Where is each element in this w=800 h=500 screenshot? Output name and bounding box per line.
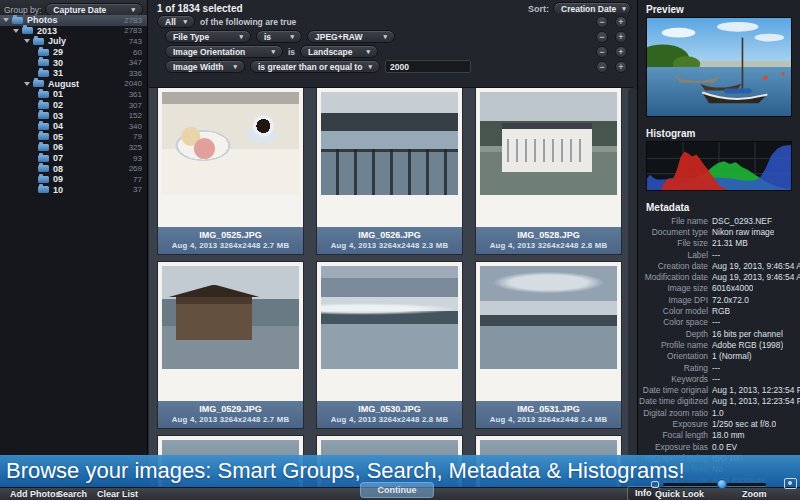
search-button[interactable]: Search (57, 489, 87, 499)
filter-panel: All ▾ of the following are true − + File… (149, 13, 633, 88)
zoom-slider-track[interactable] (663, 483, 766, 486)
sidebar-item-day-02[interactable]: 02 307 (0, 100, 147, 111)
metadata-row: Rating--- (638, 362, 800, 373)
disclosure-triangle-icon[interactable] (13, 29, 19, 33)
metadata-value: 6016x4000 (712, 283, 753, 293)
dropdown-arrow-icon: ▾ (377, 33, 387, 41)
plus-icon[interactable]: + (615, 31, 627, 43)
continue-button[interactable]: Continue (360, 482, 434, 498)
tree-item-label: 2013 (37, 26, 124, 36)
rule-value-dropdown[interactable]: JPEG+RAW ▾ (307, 30, 395, 43)
metadata-value: 1 (Normal) (712, 351, 752, 361)
add-photos-button[interactable]: Add Photos (10, 489, 61, 499)
sidebar-item-day-31[interactable]: 31 336 (0, 68, 147, 79)
metadata-row: Orientation1 (Normal) (638, 351, 800, 362)
thumbnail-card[interactable]: IMG_0525.JPG Aug 4, 2013 3264x2448 2.7 M… (158, 88, 303, 254)
dropdown-arrow-icon: ▾ (227, 63, 237, 71)
histogram-chart (646, 141, 792, 191)
metadata-label: Digital zoom ratio (638, 408, 712, 418)
tree-item-label: July (48, 36, 129, 46)
sidebar-item-day-01[interactable]: 01 361 (0, 89, 147, 100)
sidebar-item-day-29[interactable]: 29 60 (0, 47, 147, 58)
metadata-value: 72.0x72.0 (712, 295, 749, 305)
disclosure-triangle-icon[interactable] (3, 18, 9, 22)
tree-item-label: August (48, 79, 124, 89)
plus-icon[interactable]: + (615, 61, 627, 73)
sidebar-item-photos[interactable]: Photos 2783 (0, 15, 147, 26)
thumbnail-meta: Aug 4, 2013 3264x2448 2.8 MB (317, 415, 462, 424)
minus-icon[interactable]: − (596, 16, 608, 28)
metadata-label: Date time digitized (638, 396, 712, 406)
metadata-label: Focal length (638, 430, 712, 440)
metadata-row: Image DPI72.0x72.0 (638, 294, 800, 305)
thumbnail-filename: IMG_0528.JPG (476, 230, 621, 240)
rule-operator-dropdown[interactable]: is greater than or equal to ▾ (250, 60, 380, 73)
minus-icon[interactable]: − (596, 31, 608, 43)
minus-icon[interactable]: − (596, 61, 608, 73)
sidebar-item-day-07[interactable]: 07 93 (0, 153, 147, 164)
rule-field-dropdown[interactable]: Image Width ▾ (165, 60, 245, 73)
thumbnail-photo (162, 92, 299, 195)
sidebar-item-day-03[interactable]: 03 152 (0, 110, 147, 121)
rule-operator-value: is (264, 32, 271, 42)
metadata-label: Creation date (638, 261, 712, 271)
zoom-slider-knob[interactable] (717, 479, 727, 489)
metadata-row: Profile nameAdobe RGB (1998) (638, 339, 800, 350)
match-dropdown[interactable]: All ▾ (157, 15, 195, 28)
dropdown-arrow-icon: ▾ (125, 6, 135, 14)
thumbnail-meta: Aug 4, 2013 3264x2448 2.7 MB (158, 241, 303, 250)
sidebar-item-day-30[interactable]: 30 347 (0, 57, 147, 68)
thumbnail-label-bar: IMG_0525.JPG Aug 4, 2013 3264x2448 2.7 M… (158, 227, 303, 254)
sidebar: Group by: Capture Date ▾ Photos 2783 201… (0, 0, 148, 500)
quick-look-button[interactable]: Quick Look (655, 489, 704, 499)
thumbnail-card[interactable]: IMG_0530.JPG Aug 4, 2013 3264x2448 2.8 M… (317, 262, 462, 428)
disclosure-triangle-icon[interactable] (24, 82, 30, 86)
rule-operator-dropdown[interactable]: is ▾ (256, 30, 302, 43)
folder-icon (33, 80, 44, 87)
grid-scrollbar[interactable] (628, 88, 637, 477)
thumbnail-card[interactable]: IMG_0529.JPG Aug 4, 2013 3264x2448 2.7 M… (158, 262, 303, 428)
plus-icon[interactable]: + (615, 46, 627, 58)
sidebar-item-day-08[interactable]: 08 269 (0, 163, 147, 174)
rule-field-dropdown[interactable]: Image Orientation ▾ (165, 45, 283, 58)
thumbnail-card[interactable]: IMG_0526.JPG Aug 4, 2013 3264x2448 2.3 M… (317, 88, 462, 254)
sidebar-item-day-10[interactable]: 10 37 (0, 185, 147, 196)
sidebar-item-2013[interactable]: 2013 2783 (0, 26, 147, 37)
disclosure-triangle-icon[interactable] (24, 39, 30, 43)
folder-icon (38, 49, 49, 56)
clear-list-button[interactable]: Clear List (97, 489, 138, 499)
tree-item-count: 77 (133, 175, 142, 184)
metadata-value: Aug 1, 2013, 12:23:54 PM (712, 396, 800, 406)
metadata-label: File name (638, 216, 712, 226)
folder-icon (38, 102, 49, 109)
sidebar-item-day-06[interactable]: 06 325 (0, 142, 147, 153)
metadata-label: Image size (638, 283, 712, 293)
rule-operator-value: is greater than or equal to (258, 62, 362, 72)
minus-icon[interactable]: − (596, 46, 608, 58)
rule-field-dropdown[interactable]: File Type ▾ (165, 30, 251, 43)
metadata-row: Creation dateAug 19, 2013, 9:46:54 AM (638, 260, 800, 271)
metadata-row: Color space--- (638, 317, 800, 328)
thumbnail-card[interactable]: IMG_0531.JPG Aug 4, 2013 3264x2448 2.4 M… (476, 262, 621, 428)
metadata-label: Document type (638, 227, 712, 237)
metadata-row: Depth16 bits per channel (638, 328, 800, 339)
zoom-label: Zoom (742, 489, 767, 499)
tree-item-count: 93 (133, 154, 142, 163)
thumbnail-filename: IMG_0525.JPG (158, 230, 303, 240)
tree-item-count: 361 (129, 90, 142, 99)
thumbnail-filename: IMG_0531.JPG (476, 404, 621, 414)
plus-icon[interactable]: + (615, 16, 627, 28)
thumbnail-card[interactable]: IMG_0528.JPG Aug 4, 2013 3264x2448 2.8 M… (476, 88, 621, 254)
folder-tree: Photos 2783 2013 2783 July 743 29 60 (0, 15, 147, 195)
folder-icon (38, 123, 49, 130)
rule-value-input[interactable] (385, 60, 471, 73)
sidebar-item-day-05[interactable]: 05 79 (0, 132, 147, 143)
group-by-label: Group by: (4, 5, 41, 15)
metadata-label: File size (638, 238, 712, 248)
sidebar-item-august[interactable]: August 2040 (0, 79, 147, 90)
sidebar-item-day-09[interactable]: 09 77 (0, 174, 147, 185)
sidebar-item-july[interactable]: July 743 (0, 36, 147, 47)
thumbnail-photo (480, 266, 617, 369)
rule-value-dropdown[interactable]: Landscape ▾ (300, 45, 378, 58)
sidebar-item-day-04[interactable]: 04 340 (0, 121, 147, 132)
